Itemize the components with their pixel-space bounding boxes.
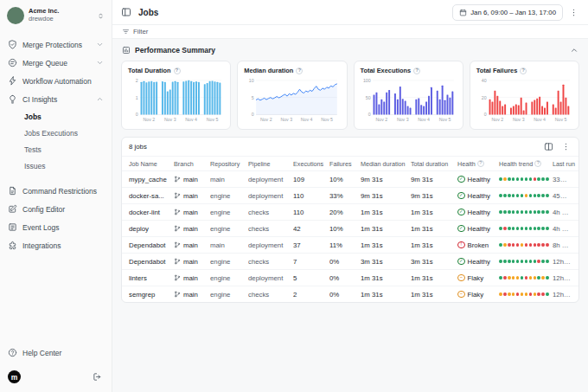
sidebar-item-merge-queue[interactable]: Merge Queue xyxy=(0,54,112,72)
table-row-docker-lint[interactable]: docker-lintmainenginechecks11020%1m 31s1… xyxy=(122,203,578,220)
table-header-row: Job NameBranchRepositoryPipelineExecutio… xyxy=(122,156,578,170)
cell-median-duration: 1m 31s xyxy=(361,291,407,299)
sidebar-item-merge-protections[interactable]: Merge Protections xyxy=(0,35,112,54)
info-icon[interactable]: ? xyxy=(477,160,484,167)
info-icon[interactable]: ? xyxy=(296,67,303,74)
cell-executions: 110 xyxy=(293,192,326,200)
table-row-mypy-cache[interactable]: mypy_cachemainmaindeployment10910%9m 31s… xyxy=(122,170,578,187)
cell-median-duration: 1m 31s xyxy=(361,209,407,216)
sidebar-subitem-tests[interactable]: Tests xyxy=(0,141,112,157)
sidebar-item-help-center[interactable]: Help Center xyxy=(0,344,112,362)
date-range-button[interactable]: Jan 6, 09:00 – Jan 13, 17:00 xyxy=(452,4,563,21)
trend-dot xyxy=(503,243,507,247)
cell-last-run: 12h ago xyxy=(553,258,572,266)
sidebar-item-label: Merge Protections xyxy=(22,41,82,49)
svg-text:2: 2 xyxy=(136,78,138,83)
cell-repository: main xyxy=(210,176,245,183)
svg-text:5: 5 xyxy=(252,95,254,100)
git-branch-icon xyxy=(174,209,181,215)
filter-icon xyxy=(122,28,130,35)
queue-icon xyxy=(8,58,17,67)
cell-failures: 0% xyxy=(329,274,357,282)
trend-dot xyxy=(546,194,549,197)
svg-text:Nov 4: Nov 4 xyxy=(301,117,313,122)
cell-repository: engine xyxy=(210,258,245,266)
table-body: mypy_cachemainmaindeployment10910%9m 31s… xyxy=(122,170,578,302)
sidebar-item-label: Command Restrictions xyxy=(22,187,97,196)
cell-pipeline: checks xyxy=(248,225,290,233)
trend-dot xyxy=(512,210,515,214)
cell-total-duration: 1m 31s xyxy=(411,241,454,249)
trend-dot xyxy=(534,227,537,230)
table-row-linters[interactable]: lintersmainenginedeployment50%1m 31s1m 3… xyxy=(122,269,578,286)
org-switcher[interactable]: Acme Inc. drewdoe xyxy=(0,5,112,28)
performance-summary-title: Performance Summary xyxy=(135,46,215,55)
zap-icon xyxy=(8,76,17,86)
filter-bar[interactable]: Filter xyxy=(112,25,588,39)
jobs-table-card: 8 jobs Job NameBranchRepositoryPipelineE… xyxy=(121,137,579,303)
file-lock-icon xyxy=(8,186,17,196)
columns-icon[interactable] xyxy=(544,142,553,151)
trend-dot xyxy=(529,243,533,247)
sidebar-item-workflow-automation[interactable]: Workflow Automation xyxy=(0,72,112,90)
table-row-docker-sa[interactable]: docker-sa...mainenginedeployment11033%9m… xyxy=(122,187,578,203)
sidebar-item-config-editor[interactable]: Config Editor xyxy=(0,200,112,218)
table-row-semgrep[interactable]: semgrepmainenginechecks20%1m 31s1m 31s~F… xyxy=(122,286,578,302)
svg-text:0: 0 xyxy=(483,112,486,117)
svg-text:0: 0 xyxy=(252,112,254,117)
mergify-logo[interactable]: m xyxy=(8,370,21,383)
cell-failures: 10% xyxy=(329,225,357,233)
header-kebab-menu-icon[interactable] xyxy=(567,6,579,18)
health-status-label: Healthy xyxy=(468,176,490,183)
chevron-up-down-icon xyxy=(97,12,105,20)
sidebar-item-ci-insights[interactable]: CI Insights xyxy=(0,90,112,108)
panel-left-icon[interactable] xyxy=(121,7,131,17)
cell-last-run: 45m ago xyxy=(553,192,572,200)
trend-dot xyxy=(516,210,520,214)
logout-icon[interactable] xyxy=(93,372,102,382)
trend-dot xyxy=(516,260,520,263)
sidebar-item-label: CI Insights xyxy=(22,95,57,104)
table-row-dependabot[interactable]: Dependabotmainmaindeployment3711%1m 31s1… xyxy=(122,236,578,253)
table-kebab-menu-icon[interactable] xyxy=(559,141,572,153)
sidebar-subitem-issues[interactable]: Issues xyxy=(0,157,112,174)
git-branch-icon xyxy=(174,241,181,248)
info-icon[interactable]: ? xyxy=(413,67,420,74)
sidebar-item-event-logs[interactable]: Event Logs xyxy=(0,218,112,236)
collapse-chevron-up-icon[interactable] xyxy=(570,46,578,55)
trend-dot xyxy=(508,292,511,296)
app-window: Acme Inc. drewdoe Merge ProtectionsMerge… xyxy=(0,0,588,392)
column-header-health: Health? xyxy=(457,160,495,168)
column-header-job-name: Job Name xyxy=(129,160,170,168)
table-toolbar: 8 jobs xyxy=(122,138,578,156)
table-row-dependabot[interactable]: Dependabotmainenginechecks70%3m 31s3m 31… xyxy=(122,253,578,269)
trend-dot xyxy=(525,243,528,247)
info-icon[interactable]: ? xyxy=(520,67,527,74)
cell-branch: main xyxy=(174,225,207,233)
trend-dot xyxy=(503,210,507,214)
cell-job-name: docker-lint xyxy=(129,209,170,216)
table-row-deploy[interactable]: deploymainenginechecks4210%1m 31s1m 31s✓… xyxy=(122,220,578,236)
trend-dot xyxy=(537,276,540,280)
health-status-icon: ~ xyxy=(457,291,465,299)
cell-pipeline: checks xyxy=(248,258,290,266)
trend-dot xyxy=(499,177,502,181)
sidebar-subitem-jobs-executions[interactable]: Jobs Executions xyxy=(0,125,112,141)
cell-health: ✓Healthy xyxy=(457,225,495,233)
chevron-up-icon xyxy=(96,95,104,103)
sidebar-item-command-restrictions[interactable]: Command Restrictions xyxy=(0,182,112,200)
trend-dot xyxy=(503,177,507,181)
trend-dot xyxy=(516,243,520,247)
trend-dot xyxy=(534,276,537,280)
trend-dot xyxy=(508,276,511,280)
info-icon[interactable]: ? xyxy=(174,67,181,74)
info-icon[interactable]: ? xyxy=(534,160,541,167)
trend-dot xyxy=(529,194,533,197)
svg-text:Nov 4: Nov 4 xyxy=(534,117,546,122)
trend-dot xyxy=(508,194,511,197)
sidebar-item-integrations[interactable]: Integrations xyxy=(0,236,112,254)
sidebar-subitem-jobs[interactable]: Jobs xyxy=(0,108,112,125)
cell-median-duration: 1m 31s xyxy=(361,241,407,249)
cell-branch: main xyxy=(174,209,207,216)
svg-text:0: 0 xyxy=(136,112,138,117)
